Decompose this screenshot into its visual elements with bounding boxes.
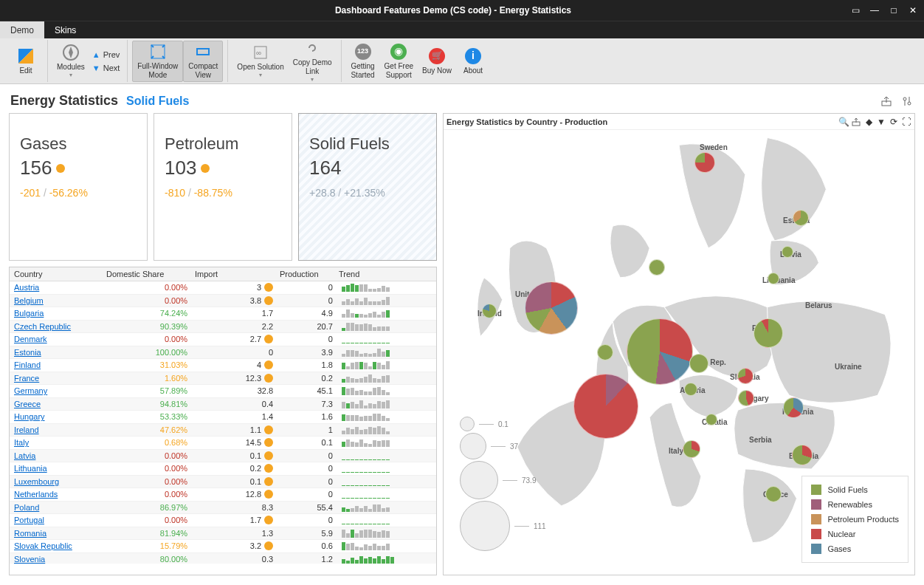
country-link[interactable]: Ireland <box>14 425 39 434</box>
country-link[interactable]: Poland <box>14 503 39 512</box>
map-pie-marker[interactable] <box>706 414 717 425</box>
country-link[interactable]: Bulgaria <box>14 309 44 318</box>
export-icon[interactable] <box>880 95 893 108</box>
map-pie-marker[interactable] <box>683 440 700 458</box>
prev-button[interactable]: ▲Prev <box>89 49 123 61</box>
col-trend[interactable]: Trend <box>334 267 424 281</box>
card-gases[interactable]: Gases 156 -201 / -56.26% <box>9 113 148 261</box>
about-button[interactable]: i About <box>456 41 490 82</box>
map-pie-marker[interactable] <box>783 397 804 418</box>
edit-button[interactable]: Edit <box>9 41 43 82</box>
close-icon[interactable]: ✕ <box>905 4 921 17</box>
country-link[interactable]: France <box>14 374 39 383</box>
map-pie-marker[interactable] <box>627 318 693 385</box>
table-row[interactable]: Hungary53.33%1.4 1.6 <box>10 411 436 424</box>
country-link[interactable]: Luxembourg <box>14 477 59 486</box>
layers-icon[interactable]: ◆ <box>863 117 874 127</box>
map-pie-marker[interactable] <box>754 318 783 348</box>
country-link[interactable]: Greece <box>14 400 41 408</box>
country-link[interactable]: Belgium <box>14 296 44 305</box>
window-compact-icon[interactable]: ▭ <box>847 4 863 17</box>
map-pie-marker[interactable] <box>684 383 697 396</box>
tab-demo[interactable]: Demo <box>0 21 44 38</box>
map-pie-marker[interactable] <box>738 390 754 406</box>
maximize-icon[interactable]: ⛶ <box>901 117 911 127</box>
map-pie-marker[interactable] <box>525 281 578 335</box>
table-row[interactable]: Austria0.00%3 0 <box>10 281 436 295</box>
country-link[interactable]: Slovak Republic <box>14 541 72 550</box>
table-row[interactable]: Estonia100.00%0 3.9 <box>10 346 436 360</box>
map-pie-marker[interactable] <box>482 304 497 318</box>
map-pie-marker[interactable] <box>768 273 779 284</box>
country-link[interactable]: Netherlands <box>14 490 58 499</box>
get-free-support-button[interactable]: ◉ Get Free Support <box>380 41 418 82</box>
table-row[interactable]: Czech Republic90.39%2.2 20.7 <box>10 321 436 334</box>
getting-started-button[interactable]: 123 Getting Started <box>346 41 380 82</box>
table-row[interactable]: Slovenia80.00%0.3 1.2 <box>10 553 436 564</box>
table-row[interactable]: Netherlands0.00%12.8 0 <box>10 488 436 502</box>
filter-icon[interactable]: ▼ <box>876 117 886 127</box>
country-link[interactable]: Austria <box>14 283 39 292</box>
map-pie-marker[interactable] <box>792 445 813 465</box>
col-import[interactable]: Import <box>190 267 275 281</box>
map-pie-marker[interactable] <box>765 486 782 502</box>
next-button[interactable]: ▼Next <box>89 62 123 74</box>
map-pie-marker[interactable] <box>737 368 754 384</box>
table-row[interactable]: Belgium0.00%3.8 0 <box>10 295 436 308</box>
card-petroleum[interactable]: Petroleum 103 -810 / -88.75% <box>154 113 292 261</box>
table-row[interactable]: Slovak Republic15.79%3.2 0.6 <box>10 540 436 553</box>
country-link[interactable]: Italy <box>14 438 29 447</box>
map-pie-marker[interactable] <box>689 354 708 373</box>
table-row[interactable]: Luxembourg0.00%0.1 0 <box>10 476 436 489</box>
settings-icon[interactable] <box>900 95 914 108</box>
table-row[interactable]: Latvia0.00%0.1 0 <box>10 450 436 463</box>
table-row[interactable]: Portugal0.00%1.7 0 <box>10 514 436 527</box>
export-icon[interactable] <box>851 117 861 127</box>
table-row[interactable]: Italy0.68%14.5 0.1 <box>10 437 436 450</box>
country-link[interactable]: Germany <box>14 386 47 395</box>
table-row[interactable]: Lithuania0.00%0.2 0 <box>10 462 436 476</box>
table-row[interactable]: Romania81.94%1.3 5.9 <box>10 527 436 541</box>
compact-view-button[interactable]: Compact View <box>183 41 223 82</box>
country-link[interactable]: Slovenia <box>14 555 45 564</box>
maximize-icon[interactable]: □ <box>886 4 902 17</box>
table-row[interactable]: Denmark0.00%2.7 0 <box>10 333 436 346</box>
map-pie-marker[interactable] <box>597 344 613 360</box>
refresh-icon[interactable]: ⟳ <box>889 117 899 127</box>
full-window-button[interactable]: Full-Window Mode <box>132 41 183 82</box>
country-link[interactable]: Latvia <box>14 451 35 460</box>
modules-button[interactable]: Modules ▾ <box>52 41 89 82</box>
table-row[interactable]: Greece94.81%0.4 7.3 <box>10 398 436 411</box>
buy-now-button[interactable]: 🛒 Buy Now <box>418 41 456 82</box>
map-pie-marker[interactable] <box>782 246 793 258</box>
country-link[interactable]: Denmark <box>14 335 47 343</box>
country-link[interactable]: Romania <box>14 529 46 538</box>
table-row[interactable]: Germany57.89%32.8 45.1 <box>10 385 436 398</box>
col-production[interactable]: Production <box>275 267 334 281</box>
map-pie-marker[interactable] <box>573 374 638 439</box>
country-link[interactable]: Finland <box>14 360 41 369</box>
table-row[interactable]: France1.60%12.3 0.2 <box>10 372 436 386</box>
table-row[interactable]: Finland31.03%4 1.8 <box>10 359 436 372</box>
map-pie-marker[interactable] <box>793 210 809 226</box>
copy-demo-link-button[interactable]: Copy Demo Link ▾ <box>289 41 337 82</box>
table-row[interactable]: Ireland47.62%1.1 1 <box>10 424 436 437</box>
tab-skins[interactable]: Skins <box>44 21 86 38</box>
country-link[interactable]: Portugal <box>14 516 44 524</box>
country-link[interactable]: Hungary <box>14 412 45 421</box>
open-solution-button[interactable]: ∞ Open Solution ▾ <box>232 41 288 82</box>
country-link[interactable]: Estonia <box>14 348 41 357</box>
table-row[interactable]: Bulgaria74.24%1.7 4.9 <box>10 307 436 321</box>
zoom-icon[interactable]: 🔍 <box>838 117 849 127</box>
map-pie-marker[interactable] <box>649 259 665 276</box>
minimize-icon[interactable]: — <box>866 4 883 17</box>
map-body[interactable]: 0.13773.9111 Solid FuelsRenewablesPetrol… <box>444 130 914 569</box>
map-pie-marker[interactable] <box>694 152 715 173</box>
country-link[interactable]: Czech Republic <box>14 322 71 331</box>
country-link[interactable]: Lithuania <box>14 464 47 473</box>
table-body[interactable]: Austria0.00%3 0Belgium0.00%3.8 0Bulgaria… <box>10 281 436 564</box>
card-solid-fuels[interactable]: Solid Fuels 164 +28.8 / +21.35% <box>298 113 437 261</box>
col-domestic-share[interactable]: Domestic Share <box>102 267 190 281</box>
table-row[interactable]: Poland86.97%8.3 55.4 <box>10 502 436 515</box>
col-country[interactable]: Country <box>10 267 102 281</box>
